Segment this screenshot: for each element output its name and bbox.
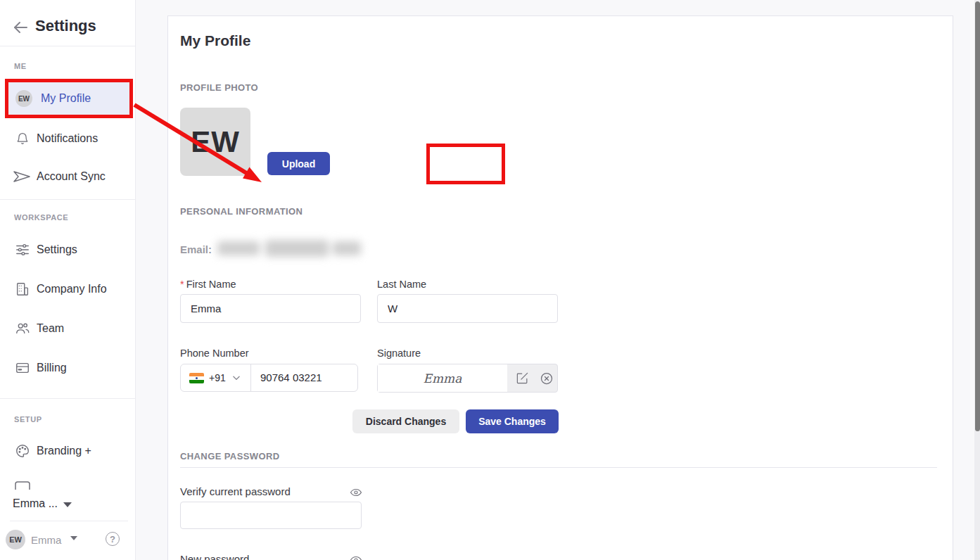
divider: [0, 46, 136, 46]
divider: [10, 521, 128, 521]
sidebar-item-settings[interactable]: Settings: [0, 236, 136, 264]
sidebar-title: Settings: [35, 17, 96, 35]
email-value-blurred: [216, 236, 364, 262]
new-password-label: New password: [180, 553, 249, 560]
sidebar-item-label: My Profile: [41, 92, 91, 105]
chevron-down-icon: [231, 373, 241, 383]
last-name-input[interactable]: [377, 294, 558, 323]
sidebar-item-team[interactable]: Team: [0, 314, 136, 343]
last-name-label: Last Name: [377, 279, 426, 290]
upload-button[interactable]: Upload: [267, 152, 330, 175]
people-icon: [15, 321, 30, 336]
chevron-down-icon[interactable]: [70, 536, 77, 540]
settings-sidebar: Settings ME EW My Profile Notifications …: [0, 0, 136, 560]
chevron-down-icon: [63, 502, 72, 507]
sidebar-item-label: Notifications: [37, 132, 98, 145]
discard-changes-button[interactable]: Discard Changes: [352, 409, 459, 433]
verify-password-input[interactable]: [180, 502, 362, 529]
workspace-selector[interactable]: Emma ...: [13, 497, 125, 514]
avatar: EW: [15, 90, 32, 107]
section-label-setup: SETUP: [14, 415, 42, 424]
remove-signature-icon[interactable]: [540, 371, 554, 386]
verify-password-label: Verify current password: [180, 485, 291, 497]
divider: [0, 398, 136, 399]
sidebar-item-label: Company Info: [37, 283, 107, 295]
toggle-password-visibility-icon[interactable]: [350, 486, 362, 499]
divider: [180, 467, 937, 468]
phone-number-value[interactable]: 90764 03221: [260, 371, 322, 383]
sidebar-item-label: Billing: [37, 362, 67, 374]
toggle-password-visibility-icon[interactable]: [350, 554, 362, 560]
clipped-nav-icon: [14, 481, 32, 490]
sidebar-item-label: Settings: [37, 243, 77, 256]
sidebar-item-label: Team: [37, 322, 64, 335]
user-name[interactable]: Emma: [31, 534, 61, 546]
credit-card-icon: [15, 360, 30, 376]
user-menu: EW Emma ?: [0, 526, 136, 554]
sidebar-item-label: Account Sync: [37, 170, 106, 183]
edit-signature-icon[interactable]: [516, 371, 529, 385]
signature-preview: Emma: [378, 364, 507, 392]
page-title: My Profile: [180, 32, 250, 49]
country-code-select[interactable]: +91: [181, 364, 251, 391]
scrollbar-track[interactable]: [974, 0, 980, 560]
email-label: Email:: [180, 243, 212, 255]
sidebar-item-company-info[interactable]: Company Info: [0, 275, 136, 303]
avatar: EW: [6, 530, 25, 549]
sidebar-item-notifications[interactable]: Notifications: [0, 125, 136, 153]
profile-photo-avatar: EW: [180, 108, 250, 176]
section-label-workspace: WORKSPACE: [14, 213, 68, 222]
section-label-me: ME: [14, 62, 27, 70]
signature-text: Emma: [424, 371, 462, 386]
send-icon: [13, 169, 31, 184]
sidebar-item-account-sync[interactable]: Account Sync: [0, 163, 136, 191]
section-profile-photo: PROFILE PHOTO: [180, 82, 258, 93]
my-profile-panel: My Profile PROFILE PHOTO EW Upload PERSO…: [167, 15, 953, 560]
sidebar-item-billing[interactable]: Billing: [0, 354, 136, 382]
india-flag-icon: [189, 373, 204, 383]
help-icon[interactable]: ?: [106, 532, 120, 546]
scrollbar-thumb[interactable]: [975, 1, 980, 431]
phone-field: +91 90764 03221: [180, 364, 358, 392]
first-name-label: *First Name: [180, 279, 236, 290]
save-changes-button[interactable]: Save Changes: [466, 409, 559, 433]
required-asterisk: *: [180, 279, 184, 290]
first-name-input[interactable]: [180, 294, 361, 323]
building-icon: [15, 281, 30, 297]
sliders-icon: [15, 242, 30, 257]
signature-label: Signature: [377, 348, 421, 359]
palette-icon: [15, 443, 30, 459]
country-code: +91: [209, 372, 226, 383]
section-personal-information: PERSONAL INFORMATION: [180, 206, 303, 217]
bell-icon: [15, 131, 30, 146]
phone-label: Phone Number: [180, 348, 249, 359]
sidebar-header: Settings: [0, 0, 135, 46]
signature-field: Emma: [377, 364, 558, 393]
divider: [0, 199, 136, 200]
sidebar-item-branding[interactable]: Branding +: [0, 437, 136, 465]
section-change-password: CHANGE PASSWORD: [180, 451, 280, 462]
back-arrow-icon[interactable]: [12, 19, 29, 36]
sidebar-item-my-profile[interactable]: EW My Profile: [8, 82, 130, 115]
sidebar-item-label: Branding +: [37, 445, 91, 457]
workspace-name: Emma ...: [13, 497, 58, 509]
